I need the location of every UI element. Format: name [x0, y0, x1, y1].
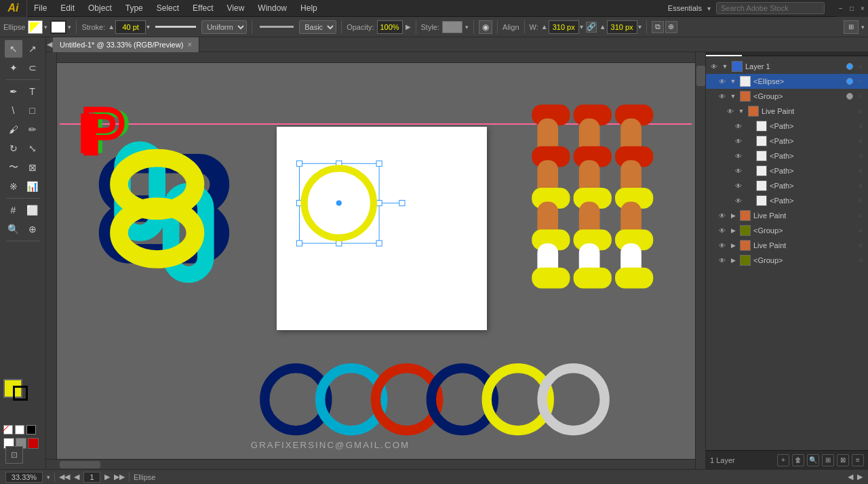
height-adjust-up[interactable]: ▲ — [599, 23, 606, 31]
scale-tool[interactable]: ⤡ — [24, 140, 41, 157]
layer-item-2[interactable]: 👁 ▼ <Group> ○ — [706, 89, 868, 104]
layer-lock-5[interactable]: ○ — [856, 136, 865, 146]
page-forward-button[interactable]: ▶ — [104, 472, 110, 481]
layer-lock-7[interactable]: ○ — [856, 166, 865, 176]
layer-item-3[interactable]: 👁 ▼ Live Paint ○ — [706, 104, 868, 119]
visibility-toggle-0[interactable]: 👁 — [709, 61, 719, 72]
layer-lock-1[interactable]: ○ — [856, 77, 865, 86]
stroke-adjust-down[interactable]: ▾ — [146, 23, 150, 31]
width-input[interactable] — [549, 20, 579, 34]
stroke-color-box[interactable] — [50, 20, 66, 34]
close-button[interactable]: × — [857, 0, 868, 17]
type-tool[interactable]: T — [24, 83, 41, 100]
layer-lock-13[interactable]: ○ — [856, 256, 865, 265]
layer-item-12[interactable]: 👁 ▶ Live Paint ○ — [706, 238, 868, 253]
menu-view[interactable]: View — [220, 0, 252, 17]
artboard-navigate-left[interactable]: ◀ — [848, 472, 853, 481]
visibility-toggle-1[interactable]: 👁 — [717, 76, 728, 87]
expand-toggle-1[interactable]: ▼ — [729, 77, 737, 85]
rotate-tool[interactable]: ↻ — [5, 140, 22, 157]
fill-stroke-selector[interactable]: ▾ — [28, 20, 47, 34]
expand-toggle-12[interactable]: ▶ — [729, 241, 737, 249]
essentials-arrow[interactable]: ▾ — [707, 5, 711, 12]
visibility-toggle-10[interactable]: 👁 — [717, 210, 728, 221]
visibility-toggle-7[interactable]: 👁 — [733, 165, 744, 176]
maximize-button[interactable]: □ — [846, 0, 857, 17]
page-prev-button[interactable]: ◀◀ — [59, 472, 70, 481]
visibility-toggle-9[interactable]: 👁 — [733, 195, 744, 206]
transform-more-button[interactable]: ⊕ — [665, 21, 677, 33]
layer-options-2-button[interactable]: ⊠ — [837, 454, 849, 466]
none-icon[interactable] — [3, 425, 13, 435]
menu-object[interactable]: Object — [81, 0, 119, 17]
artboard-navigate-right[interactable]: ▶ — [857, 472, 863, 481]
vertical-scrollbar[interactable] — [695, 52, 705, 469]
visibility-toggle-2[interactable]: 👁 — [717, 91, 728, 102]
transform-button[interactable]: ⧉ — [652, 21, 664, 33]
stroke-value-input[interactable] — [115, 20, 146, 34]
layer-lock-2[interactable]: ○ — [856, 92, 865, 101]
line-tool[interactable]: \ — [5, 102, 22, 119]
expand-toggle-10[interactable]: ▶ — [729, 211, 737, 220]
magic-wand-tool[interactable]: ✦ — [5, 59, 22, 77]
width-adjust-down[interactable]: ▾ — [580, 23, 583, 31]
menu-select[interactable]: Select — [150, 0, 186, 17]
free-transform-tool[interactable]: ⊠ — [24, 159, 41, 176]
expand-toggle-11[interactable]: ▶ — [729, 226, 737, 235]
height-adjust-down[interactable]: ▾ — [638, 23, 642, 31]
stroke-swatch[interactable] — [13, 386, 28, 401]
layer-lock-8[interactable]: ○ — [856, 181, 865, 190]
constrain-proportions-button[interactable]: 🔗 — [586, 22, 597, 33]
new-layer-button[interactable]: + — [777, 454, 789, 466]
visibility-toggle-4[interactable]: 👁 — [733, 121, 744, 132]
visibility-toggle-5[interactable]: 👁 — [733, 136, 744, 146]
white-swatch[interactable] — [15, 425, 24, 435]
layer-lock-0[interactable]: ○ — [856, 62, 865, 71]
menu-file[interactable]: File — [27, 0, 54, 17]
layer-options-button[interactable]: ⊞ — [822, 454, 834, 466]
page-end-button[interactable]: ▶▶ — [114, 472, 125, 481]
layer-item-11[interactable]: 👁 ▶ <Group> ○ — [706, 223, 868, 238]
layer-toggle-btn[interactable]: ⊡ — [5, 446, 23, 464]
height-input[interactable] — [607, 20, 637, 34]
zoom-arrow[interactable]: ▾ — [47, 474, 50, 481]
page-input[interactable] — [83, 472, 100, 483]
layer-lock-10[interactable]: ○ — [856, 211, 865, 220]
eyedropper-tool[interactable]: 🔍 — [5, 220, 22, 238]
layer-item-6[interactable]: 👁 <Path> ○ — [706, 148, 868, 163]
visibility-toggle-13[interactable]: 👁 — [717, 255, 728, 266]
symbol-sprayer-tool[interactable]: ※ — [5, 178, 22, 195]
tab-close-button[interactable]: × — [187, 40, 192, 49]
menu-help[interactable]: Help — [294, 0, 324, 17]
tab-back-arrow[interactable]: ◀ — [46, 37, 53, 52]
essentials-label[interactable]: Essentials — [668, 4, 702, 12]
canvas-area[interactable]: P P — [46, 52, 705, 469]
direct-selection-tool[interactable]: ↗ — [24, 40, 41, 58]
layer-item-1[interactable]: 👁 ▼ <Ellipse> ○ — [706, 74, 868, 89]
layer-lock-4[interactable]: ○ — [856, 121, 865, 131]
menu-type[interactable]: Type — [119, 0, 150, 17]
column-graph-tool[interactable]: 📊 — [24, 178, 41, 195]
layer-item-4[interactable]: 👁 <Path> ○ — [706, 119, 868, 134]
rectangle-tool[interactable]: □ — [24, 102, 41, 119]
opacity-input[interactable] — [377, 20, 403, 34]
minimize-button[interactable]: − — [835, 0, 846, 17]
visibility-toggle-8[interactable]: 👁 — [733, 180, 744, 191]
layer-lock-6[interactable]: ○ — [856, 151, 865, 161]
pen-tool[interactable]: ✒ — [5, 83, 22, 100]
red-color-btn[interactable] — [28, 438, 39, 449]
visibility-toggle-3[interactable]: 👁 — [725, 106, 736, 117]
layer-item-5[interactable]: 👁 <Path> ○ — [706, 134, 868, 148]
search-layers-button[interactable]: 🔍 — [807, 454, 819, 466]
menu-window[interactable]: Window — [251, 0, 294, 17]
menu-edit[interactable]: Edit — [54, 0, 81, 17]
style-swatch[interactable] — [442, 21, 462, 33]
layer-lock-12[interactable]: ○ — [856, 241, 865, 250]
warp-tool[interactable]: 〜 — [5, 159, 22, 176]
layer-item-10[interactable]: 👁 ▶ Live Paint ○ — [706, 208, 868, 223]
mesh-tool[interactable]: # — [5, 201, 22, 219]
layer-item-13[interactable]: 👁 ▶ <Group> ○ — [706, 253, 868, 268]
layer-lock-11[interactable]: ○ — [856, 226, 865, 235]
zoom-input[interactable] — [5, 472, 43, 483]
layer-lock-3[interactable]: ○ — [856, 106, 865, 116]
